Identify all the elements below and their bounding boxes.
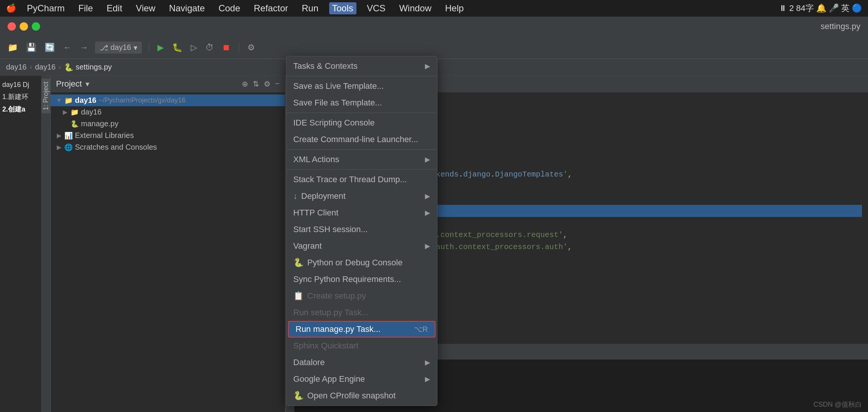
menubar-help[interactable]: Help bbox=[442, 2, 467, 14]
menubar-tools[interactable]: Tools bbox=[329, 2, 356, 14]
project-dropdown-icon[interactable]: ▾ bbox=[86, 79, 89, 88]
tree-scratches-name: Scratches and Consoles bbox=[75, 143, 157, 152]
panel-settings-icon[interactable]: ⚙ bbox=[264, 79, 271, 88]
save-file-label: Save File as Template... bbox=[293, 98, 382, 108]
run-manage-shortcut: ⌥R bbox=[414, 325, 428, 334]
menu-item-xml[interactable]: XML Actions ▶ bbox=[286, 151, 437, 168]
menu-item-ide-scripting[interactable]: IDE Scripting Console bbox=[286, 115, 437, 131]
vagrant-label: Vagrant bbox=[293, 241, 322, 251]
menu-sep-1 bbox=[286, 76, 437, 76]
tree-external-name: External Libraries bbox=[75, 131, 134, 140]
tree-manage-py[interactable]: 🐍 manage.py bbox=[51, 118, 285, 130]
menu-item-tasks[interactable]: Tasks & Contexts ▶ bbox=[286, 58, 437, 74]
tools-dropdown-menu: Tasks & Contexts ▶ Save as Live Template… bbox=[286, 56, 437, 406]
menu-item-run-manage[interactable]: Run manage.py Task... ⌥R bbox=[288, 321, 436, 338]
ide-toolbar: 📁 💾 🔄 ← → ⎇ day16 ▾ ▶ 🐛 ▷ ⏱ ⏹ ⚙ bbox=[0, 36, 868, 59]
run-icon[interactable]: ▶ bbox=[156, 41, 165, 54]
breadcrumb-root[interactable]: day16 bbox=[6, 63, 27, 71]
tree-root-item[interactable]: ▼ 📁 day16 ~/PycharmProjects/gx/day16 bbox=[51, 94, 285, 106]
menu-item-save-live[interactable]: Save as Live Template... bbox=[286, 78, 437, 94]
menu-item-deployment[interactable]: ↓ Deployment ▶ bbox=[286, 188, 437, 204]
menu-item-create-setup: 📋 Create setup.py bbox=[286, 288, 437, 304]
menubar-refactor[interactable]: Refactor bbox=[251, 2, 291, 14]
sync-icon[interactable]: 🔄 bbox=[43, 41, 56, 54]
datalore-label: Datalore bbox=[293, 358, 325, 367]
tree-day16-name: day16 bbox=[81, 108, 102, 116]
git-branch-selector[interactable]: ⎇ day16 ▾ bbox=[95, 42, 142, 54]
menu-item-google[interactable]: Google App Engine ▶ bbox=[286, 371, 437, 387]
title-filename: settings.py bbox=[821, 22, 860, 31]
branch-icon: ⎇ bbox=[100, 43, 108, 52]
menu-item-vagrant[interactable]: Vagrant ▶ bbox=[286, 238, 437, 254]
minimize-button[interactable] bbox=[20, 22, 28, 31]
save-icon[interactable]: 💾 bbox=[25, 41, 38, 54]
back-icon[interactable]: ← bbox=[62, 41, 73, 54]
libraries-icon: 📊 bbox=[64, 132, 73, 140]
menu-item-python-console[interactable]: 🐍 Python or Debug Console bbox=[286, 254, 437, 271]
tree-day16-folder[interactable]: ▶ 📁 day16 bbox=[51, 106, 285, 118]
note-line1: day16 Dj bbox=[2, 79, 39, 91]
menubar-code[interactable]: Code bbox=[215, 2, 243, 14]
menu-item-http[interactable]: HTTP Client ▶ bbox=[286, 204, 437, 221]
debug-icon[interactable]: 🐛 bbox=[171, 41, 184, 54]
forward-icon[interactable]: → bbox=[78, 41, 90, 54]
settings-icon[interactable]: ⚙ bbox=[246, 41, 257, 54]
menu-item-ssh[interactable]: Start SSH session... bbox=[286, 221, 437, 238]
deployment-label: Deployment bbox=[301, 191, 345, 201]
menubar-navigate[interactable]: Navigate bbox=[166, 2, 208, 14]
stack-label: Stack Trace or Thread Dump... bbox=[293, 175, 407, 184]
menu-item-create-launcher[interactable]: Create Command-line Launcher... bbox=[286, 131, 437, 148]
profile-icon[interactable]: ⏱ bbox=[204, 41, 215, 54]
title-bar: settings.py bbox=[0, 17, 868, 36]
watermark: CSDN @值秋白 bbox=[814, 400, 862, 409]
toolbar-separator2 bbox=[239, 42, 239, 53]
apple-icon[interactable]: 🍎 bbox=[6, 3, 16, 13]
create-launcher-label: Create Command-line Launcher... bbox=[293, 135, 418, 144]
menubar-window[interactable]: Window bbox=[396, 2, 434, 14]
menubar-view[interactable]: View bbox=[133, 2, 159, 14]
menu-item-save-file[interactable]: Save File as Template... bbox=[286, 94, 437, 111]
menu-sep-4 bbox=[286, 169, 437, 170]
branch-dropdown-icon: ▾ bbox=[134, 43, 137, 52]
panel-header-icons: ⊕ ⇅ ⚙ − bbox=[242, 79, 280, 88]
menu-item-cprofile[interactable]: 🐍 Open CProfile snapshot bbox=[286, 387, 437, 404]
sync-label: Sync Python Requirements... bbox=[293, 274, 401, 284]
cprofile-label: Open CProfile snapshot bbox=[307, 391, 396, 401]
project-panel-title: Project bbox=[56, 79, 82, 89]
coverage-icon[interactable]: ▷ bbox=[189, 41, 199, 54]
menu-item-sphinx: Sphinx Quickstart bbox=[286, 338, 437, 354]
menubar-edit[interactable]: Edit bbox=[104, 2, 125, 14]
datalore-arrow-icon: ▶ bbox=[425, 358, 430, 367]
close-button[interactable] bbox=[8, 22, 16, 31]
menu-item-datalore[interactable]: Datalore ▶ bbox=[286, 354, 437, 371]
menubar-run[interactable]: Run bbox=[299, 2, 321, 14]
breadcrumb-folder[interactable]: day16 bbox=[35, 63, 56, 71]
maximize-button[interactable] bbox=[32, 22, 40, 31]
filter-icon[interactable]: ⇅ bbox=[253, 79, 259, 88]
tree-scratches[interactable]: ▶ 🌐 Scratches and Consoles bbox=[51, 141, 285, 153]
sphinx-label: Sphinx Quickstart bbox=[293, 341, 358, 351]
python-icon: 🐍 bbox=[70, 120, 79, 128]
menu-item-sync[interactable]: Sync Python Requirements... bbox=[286, 271, 437, 288]
scratches-icon: 🌐 bbox=[64, 143, 73, 152]
add-content-icon[interactable]: ⊕ bbox=[242, 79, 248, 88]
run-setup-label: Run setup.py Task... bbox=[293, 308, 369, 318]
deployment-icon: ↓ bbox=[293, 191, 297, 201]
python-console-label: Python or Debug Console bbox=[307, 258, 403, 268]
project-tab-label[interactable]: 1: Project bbox=[41, 79, 51, 113]
menubar-file[interactable]: File bbox=[75, 2, 96, 14]
http-label: HTTP Client bbox=[293, 208, 338, 218]
menu-item-stack[interactable]: Stack Trace or Thread Dump... bbox=[286, 171, 437, 188]
project-panel: Project ▾ ⊕ ⇅ ⚙ − ▼ 📁 day16 ~/PycharmPro… bbox=[51, 76, 285, 412]
deployment-arrow-icon: ▶ bbox=[425, 192, 430, 200]
stop-icon[interactable]: ⏹ bbox=[221, 41, 232, 54]
menubar-vcs[interactable]: VCS bbox=[364, 2, 389, 14]
ide-scripting-label: IDE Scripting Console bbox=[293, 118, 375, 128]
run-manage-label: Run manage.py Task... bbox=[296, 324, 381, 334]
tree-external-libs[interactable]: ▶ 📊 External Libraries bbox=[51, 130, 285, 141]
menubar-pycharm[interactable]: PyCharm bbox=[24, 2, 68, 14]
open-folder-icon[interactable]: 📁 bbox=[6, 41, 19, 54]
panel-minimize-icon[interactable]: − bbox=[275, 79, 280, 88]
google-arrow-icon: ▶ bbox=[425, 375, 430, 383]
tree-arrow-day16: ▶ bbox=[62, 108, 68, 116]
